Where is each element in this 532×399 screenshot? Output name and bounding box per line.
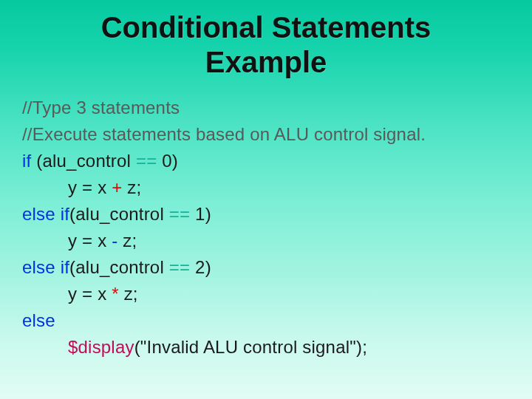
cond-text: (alu_control bbox=[69, 257, 169, 277]
stmt-text: y = x bbox=[68, 284, 112, 304]
title-line-2: Example bbox=[205, 46, 327, 78]
code-line-body-2: y = x * z; bbox=[22, 281, 510, 307]
slide: Conditional Statements Example //Type 3 … bbox=[0, 0, 532, 399]
stmt-text: z; bbox=[119, 284, 138, 304]
code-line-comment-1: //Type 3 statements bbox=[22, 95, 510, 121]
code-line-comment-2: //Execute statements based on ALU contro… bbox=[22, 121, 510, 148]
space bbox=[55, 257, 61, 277]
cond-text: (alu_control bbox=[31, 151, 136, 171]
title-line-1: Conditional Statements bbox=[101, 11, 432, 44]
keyword-else: else bbox=[22, 257, 55, 277]
system-task-display: $display bbox=[68, 337, 134, 357]
cond-text: 0) bbox=[157, 151, 178, 171]
code-line-else: else bbox=[22, 307, 510, 334]
code-line-elseif-1: else if(alu_control == 1) bbox=[22, 201, 510, 228]
slide-title: Conditional Statements Example bbox=[22, 10, 510, 80]
code-line-body-0: y = x + z; bbox=[22, 174, 510, 201]
code-line-elseif-2: else if(alu_control == 2) bbox=[22, 254, 510, 281]
display-arg: ("Invalid ALU control signal"); bbox=[134, 337, 367, 357]
code-line-display: $display("Invalid ALU control signal"); bbox=[22, 334, 510, 361]
keyword-if: if bbox=[22, 151, 31, 171]
code-block: //Type 3 statements //Execute statements… bbox=[22, 95, 510, 361]
comment-text: //Execute statements based on ALU contro… bbox=[22, 124, 426, 144]
stmt-text: y = x bbox=[68, 177, 112, 197]
operator-plus: + bbox=[112, 177, 122, 197]
stmt-text: z; bbox=[117, 231, 137, 250]
keyword-if: if bbox=[61, 204, 69, 224]
operator-eq: == bbox=[169, 257, 190, 277]
code-line-if-0: if (alu_control == 0) bbox=[22, 148, 510, 174]
cond-text: 2) bbox=[190, 257, 211, 277]
code-line-body-1: y = x - z; bbox=[22, 228, 510, 254]
space bbox=[55, 204, 61, 224]
operator-eq: == bbox=[169, 204, 190, 224]
operator-mul: * bbox=[112, 284, 119, 304]
keyword-if: if bbox=[61, 257, 69, 277]
cond-text: 1) bbox=[190, 204, 211, 224]
comment-text: //Type 3 statements bbox=[22, 98, 180, 117]
keyword-else: else bbox=[22, 310, 55, 330]
stmt-text: y = x bbox=[68, 231, 112, 250]
operator-eq: == bbox=[136, 151, 157, 171]
cond-text: (alu_control bbox=[69, 204, 169, 224]
stmt-text: z; bbox=[122, 177, 141, 197]
keyword-else: else bbox=[22, 204, 55, 224]
